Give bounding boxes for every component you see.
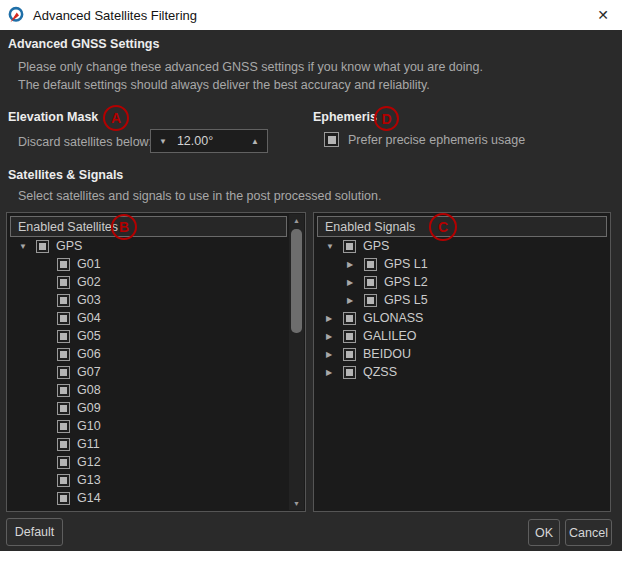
tree-item-g01[interactable]: G01 — [7, 255, 289, 273]
window-title: Advanced Satellites Filtering — [33, 8, 197, 23]
checkbox[interactable] — [57, 474, 70, 487]
precise-ephemeris-checkbox-row[interactable]: Prefer precise ephemeris usage — [324, 132, 525, 147]
spinner-down-icon[interactable]: ▼ — [159, 137, 167, 146]
checkbox[interactable] — [343, 330, 356, 343]
tree-item-galileo[interactable]: ▶GALILEO — [314, 327, 608, 345]
tree-item-gps[interactable]: ▼GPS — [7, 237, 289, 255]
tree-item-g14[interactable]: G14 — [7, 489, 289, 507]
checkbox[interactable] — [57, 438, 70, 451]
checkbox-fill — [367, 279, 374, 286]
checkbox[interactable] — [57, 366, 70, 379]
checkbox[interactable] — [57, 456, 70, 469]
checkbox-fill — [346, 369, 353, 376]
tree-item-g13[interactable]: G13 — [7, 471, 289, 489]
checkbox-fill — [328, 136, 336, 144]
tree-item-label: GPS L1 — [384, 257, 428, 271]
tree-item-label: GPS — [56, 239, 82, 253]
tree-item-gps-l5[interactable]: ▶GPS L5 — [314, 291, 608, 309]
chevron-right-icon[interactable]: ▶ — [347, 260, 361, 269]
tree-item-gps-l1[interactable]: ▶GPS L1 — [314, 255, 608, 273]
checkbox-fill — [346, 351, 353, 358]
tree-item-qzss[interactable]: ▶QZSS — [314, 363, 608, 381]
checkbox[interactable] — [343, 348, 356, 361]
tree-item-label: G06 — [77, 347, 101, 361]
chevron-down-icon[interactable]: ▼ — [326, 242, 340, 251]
checkbox[interactable] — [57, 312, 70, 325]
chevron-right-icon[interactable]: ▶ — [347, 278, 361, 287]
tree-item-g05[interactable]: G05 — [7, 327, 289, 345]
chevron-down-icon[interactable]: ▼ — [19, 242, 33, 251]
tree-item-g10[interactable]: G10 — [7, 417, 289, 435]
tree-item-gps[interactable]: ▼GPS — [314, 237, 608, 255]
checkbox[interactable] — [364, 276, 377, 289]
tree-item-label: G03 — [77, 293, 101, 307]
tree-item-g11[interactable]: G11 — [7, 435, 289, 453]
titlebar[interactable]: Advanced Satellites Filtering ✕ — [0, 0, 622, 30]
chevron-right-icon[interactable]: ▶ — [326, 314, 340, 323]
satellites-tree: ▼GPSG01G02G03G04G05G06G07G08G09G10G11G12… — [7, 237, 289, 507]
tree-item-g02[interactable]: G02 — [7, 273, 289, 291]
checkbox[interactable] — [57, 402, 70, 415]
checkbox[interactable] — [57, 384, 70, 397]
elevation-mask-spinner[interactable]: ▼ 12.00° ▲ — [150, 129, 268, 153]
elevation-mask-value: 12.00° — [177, 134, 213, 148]
tree-item-label: G08 — [77, 383, 101, 397]
tree-item-g03[interactable]: G03 — [7, 291, 289, 309]
checkbox-fill — [60, 315, 67, 322]
checkbox-fill — [60, 369, 67, 376]
tree-item-g07[interactable]: G07 — [7, 363, 289, 381]
enabled-satellites-header: Enabled Satellites — [10, 216, 287, 237]
checkbox-fill — [60, 423, 67, 430]
cancel-button[interactable]: Cancel — [565, 519, 612, 546]
tree-item-beidou[interactable]: ▶BEIDOU — [314, 345, 608, 363]
checkbox-fill — [60, 495, 67, 502]
checkbox[interactable] — [343, 240, 356, 253]
elevation-mask-heading: Elevation Mask — [8, 110, 98, 124]
tree-item-label: GPS L5 — [384, 293, 428, 307]
checkbox[interactable] — [364, 258, 377, 271]
checkbox[interactable] — [343, 366, 356, 379]
close-icon[interactable]: ✕ — [584, 0, 622, 30]
enabled-satellites-panel: Enabled Satellites ▼GPSG01G02G03G04G05G0… — [6, 212, 306, 512]
tree-item-glonass[interactable]: ▶GLONASS — [314, 309, 608, 327]
annotation-circle-c: C — [429, 213, 457, 241]
checkbox[interactable] — [57, 294, 70, 307]
checkbox[interactable] — [57, 258, 70, 271]
signals-tree: ▼GPS▶GPS L1▶GPS L2▶GPS L5▶GLONASS▶GALILE… — [314, 237, 608, 381]
checkbox[interactable] — [57, 330, 70, 343]
annotation-circle-d: D — [374, 106, 399, 131]
checkbox[interactable] — [57, 420, 70, 433]
checkbox[interactable] — [57, 276, 70, 289]
checkbox[interactable] — [57, 492, 70, 505]
checkbox-fill — [367, 261, 374, 268]
chevron-right-icon[interactable]: ▶ — [326, 350, 340, 359]
checkbox[interactable] — [57, 348, 70, 361]
default-button[interactable]: Default — [6, 518, 63, 546]
tree-item-g12[interactable]: G12 — [7, 453, 289, 471]
ok-button[interactable]: OK — [528, 519, 560, 546]
tree-item-label: BEIDOU — [363, 347, 411, 361]
spinner-up-icon[interactable]: ▲ — [251, 137, 259, 146]
tree-item-label: GLONASS — [363, 311, 423, 325]
scrollbar-thumb[interactable] — [291, 229, 302, 333]
scroll-up-icon[interactable]: ▲ — [289, 214, 304, 227]
satellites-scrollbar[interactable]: ▲ ▼ — [289, 214, 304, 510]
checkbox[interactable] — [364, 294, 377, 307]
precise-ephemeris-checkbox[interactable] — [324, 132, 339, 147]
tree-item-gps-l2[interactable]: ▶GPS L2 — [314, 273, 608, 291]
tree-item-label: QZSS — [363, 365, 397, 379]
tree-item-g08[interactable]: G08 — [7, 381, 289, 399]
checkbox-fill — [60, 387, 67, 394]
checkbox[interactable] — [36, 240, 49, 253]
gnss-info-line2: The default settings should always deliv… — [18, 76, 483, 94]
tree-item-g09[interactable]: G09 — [7, 399, 289, 417]
chevron-right-icon[interactable]: ▶ — [326, 368, 340, 377]
scroll-down-icon[interactable]: ▼ — [289, 497, 304, 510]
chevron-right-icon[interactable]: ▶ — [326, 332, 340, 341]
checkbox[interactable] — [343, 312, 356, 325]
checkbox-fill — [60, 477, 67, 484]
tree-item-g04[interactable]: G04 — [7, 309, 289, 327]
tree-item-label: G04 — [77, 311, 101, 325]
chevron-right-icon[interactable]: ▶ — [347, 296, 361, 305]
tree-item-g06[interactable]: G06 — [7, 345, 289, 363]
